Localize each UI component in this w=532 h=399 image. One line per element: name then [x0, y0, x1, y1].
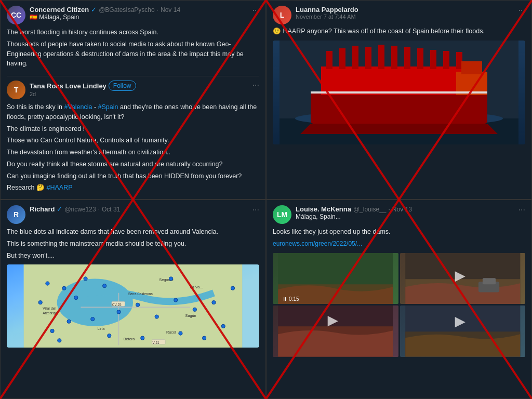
richard-line-2: This is something the mainstream media s… [7, 239, 259, 249]
username-row-cc: Concerned Citizen ✓ @BGatesIsaPyscho · N… [30, 6, 252, 14]
more-options-luanna[interactable]: ··· [518, 6, 525, 15]
user-info-richard: Richard ✓ @ricwe123 · Oct 31 [30, 205, 252, 213]
map-image: CV-25 Segorbe La Va... Villar del Arzobi… [7, 264, 259, 348]
svg-point-58 [38, 301, 42, 304]
verified-icon-richard: ✓ [57, 205, 62, 213]
svg-point-51 [221, 324, 225, 328]
svg-rect-9 [365, 47, 371, 69]
tweet-body-louise: Looks like they just opened up the dams.… [273, 227, 525, 249]
svg-text:Liria: Liria [97, 326, 105, 331]
more-options-louise[interactable]: ··· [518, 205, 525, 215]
svg-text:⏸ 0:15: ⏸ 0:15 [282, 296, 299, 302]
svg-point-59 [46, 282, 49, 285]
verified-icon-cc: ✓ [91, 6, 97, 14]
video-thumb-3[interactable] [273, 305, 398, 357]
tweet-body-richard: The blue dots all indicate dams that hav… [7, 227, 259, 260]
svg-text:Rucol: Rucol [166, 330, 176, 335]
date-richard: Oct 31 [102, 206, 120, 213]
location-louise: Málaga, Spain... [296, 213, 518, 220]
username-luanna: Luanna Pappelardo [296, 6, 358, 14]
user-info-louise: Louise. McKenna @_louise__ · Nov 13 Mála… [296, 205, 518, 220]
video-thumb-2[interactable] [400, 253, 526, 304]
svg-text:Bétera: Bétera [124, 337, 135, 342]
date-cc: · [157, 6, 158, 14]
richard-line-1: The blue dots all indicate dams that hav… [7, 227, 259, 237]
svg-point-52 [108, 334, 111, 338]
svg-rect-3 [311, 92, 487, 124]
svg-rect-67 [482, 278, 495, 284]
svg-marker-21 [24, 264, 243, 348]
svg-text:V-21: V-21 [152, 341, 159, 344]
louise-text: Looks like they just opened up the dams. [273, 227, 525, 237]
user-info-cc: Concerned Citizen ✓ @BGatesIsaPyscho · N… [30, 6, 252, 21]
tana-line-2: The climate is engineered ! [7, 124, 259, 134]
tweet-body-tana: So this is the sky in #Valencia - #Spain… [7, 102, 259, 193]
tweet-header-tana: T Tana Rocs Love Lindley Follow 2d ··· [7, 81, 259, 99]
location-cc: 🇪🇸 Málaga, Spain [30, 14, 252, 21]
username-row-tana: Tana Rocs Love Lindley Follow [30, 81, 252, 91]
ship-image [273, 41, 525, 144]
avatar-richard: R [7, 205, 25, 224]
tweet-header-louise: LM Louise. McKenna @_louise__ · Nov 13 M… [273, 205, 525, 224]
svg-rect-19 [311, 91, 487, 94]
username-row-luanna: Luanna Pappelardo [296, 6, 518, 14]
svg-point-45 [117, 310, 121, 314]
svg-point-55 [58, 339, 61, 342]
video-thumb-1[interactable]: ⏸ 0:15 [273, 253, 398, 304]
svg-point-54 [179, 331, 182, 335]
tana-line-5: Do you really think all these storms are… [7, 159, 259, 169]
username-tana: Tana Rocs Love Lindley [30, 82, 107, 90]
svg-point-57 [231, 286, 234, 290]
svg-point-42 [67, 320, 71, 323]
svg-rect-14 [430, 50, 436, 69]
svg-point-56 [169, 277, 172, 281]
tana-line-4: The devastation from weather's aftermath… [7, 148, 259, 157]
svg-rect-6 [326, 51, 332, 69]
svg-point-60 [202, 336, 206, 340]
svg-rect-8 [352, 46, 358, 69]
svg-rect-12 [404, 47, 410, 69]
more-options-tana[interactable]: ··· [252, 81, 259, 90]
date-louise: Nov 13 [392, 206, 412, 213]
svg-point-53 [141, 336, 144, 340]
video-grid-louise: ⏸ 0:15 [273, 253, 525, 357]
svg-point-49 [193, 308, 196, 311]
svg-text:Sagún: Sagún [185, 313, 196, 318]
tweet-concerned-citizen: CC Concerned Citizen ✓ @BGatesIsaPyscho … [7, 6, 259, 76]
svg-rect-11 [391, 46, 397, 69]
svg-point-46 [136, 303, 139, 307]
avatar-cc: CC [7, 6, 25, 24]
svg-rect-18 [461, 61, 482, 74]
tweet-tana: T Tana Rocs Love Lindley Follow 2d ··· S… [7, 81, 259, 193]
svg-point-44 [50, 329, 54, 333]
tana-line-6: Can you imagine finding out all the trut… [7, 171, 259, 181]
svg-text:Villar del: Villar del [43, 307, 55, 310]
username-row-louise: Louise. McKenna @_louise__ · Nov 13 [296, 205, 518, 213]
handle-louise: @_louise__ [353, 206, 387, 213]
tana-line-3: Those who Can Control Nature, Controls a… [7, 136, 259, 145]
svg-point-43 [91, 317, 95, 321]
more-options-richard[interactable]: ··· [252, 205, 259, 215]
avatar-tana: T [7, 81, 25, 99]
tana-line-7: Research 🤔 #HAARP [7, 183, 259, 193]
panel-top-left: CC Concerned Citizen ✓ @BGatesIsaPyscho … [0, 0, 266, 200]
svg-rect-10 [378, 45, 384, 69]
svg-text:Arzobispo: Arzobispo [43, 311, 58, 315]
tweet-body-cc: The worst flooding in history continues … [7, 28, 259, 69]
tweet-link-louise[interactable]: euronews.com/green/2022/05/... [273, 240, 362, 247]
follow-button-tana[interactable]: Follow [109, 81, 136, 91]
svg-point-38 [62, 286, 66, 290]
svg-point-48 [174, 298, 178, 302]
svg-text:Serra Calderona: Serra Calderona [128, 292, 153, 296]
svg-point-47 [155, 315, 158, 318]
svg-rect-7 [339, 48, 345, 69]
panel-top-right: L Luanna Pappelardo November 7 at 7:44 A… [266, 0, 532, 200]
map-svg: CV-25 Segorbe La Va... Villar del Arzobi… [7, 264, 259, 348]
more-options-cc[interactable]: ··· [252, 6, 259, 15]
tweet-line-1: The worst flooding in history continues … [7, 28, 259, 37]
video-thumb-4[interactable] [400, 305, 526, 357]
svg-point-39 [84, 277, 87, 281]
user-info-luanna: Luanna Pappelardo November 7 at 7:44 AM [296, 6, 518, 20]
username-richard: Richard [30, 205, 55, 213]
tweet-line-2: Thousands of people have taken to social… [7, 39, 259, 69]
